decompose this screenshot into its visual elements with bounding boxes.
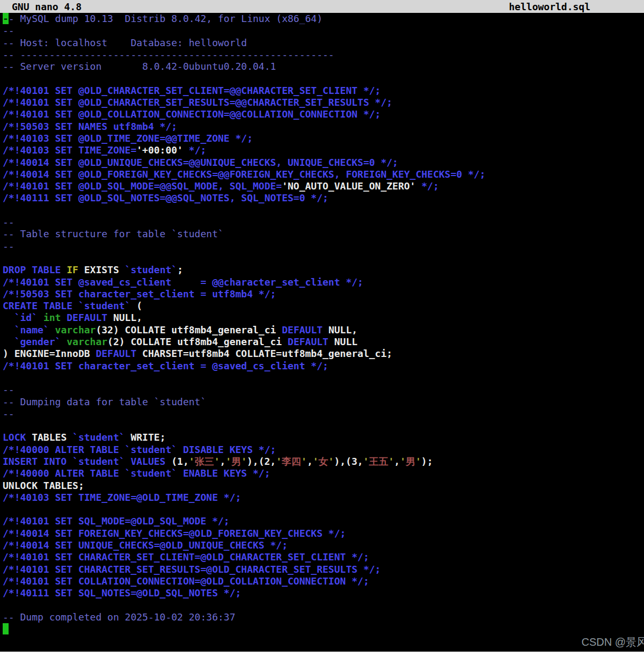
code-segment: varchar bbox=[67, 336, 107, 347]
code-segment: ' bbox=[225, 456, 231, 467]
code-segment: ' bbox=[415, 456, 421, 467]
code-segment: DEFAULT bbox=[96, 348, 136, 359]
watermark: CSDN @景风 bbox=[581, 635, 644, 649]
code-segment: -- Dumping data for table `student` bbox=[3, 396, 206, 407]
code-line: /*!40103 SET TIME_ZONE='+00:00' */; bbox=[3, 144, 644, 156]
code-segment bbox=[49, 324, 55, 335]
code-segment: `gender` bbox=[14, 336, 61, 347]
code-segment: IF bbox=[67, 264, 78, 275]
code-segment: -- bbox=[3, 384, 14, 395]
code-segment: (32) COLLATE utf8mb4_general_ci bbox=[96, 324, 282, 335]
code-segment: ' bbox=[214, 456, 220, 467]
code-segment: ' bbox=[313, 456, 319, 467]
cursor-block: - bbox=[3, 13, 9, 24]
code-line: /*!40101 SET @OLD_SQL_MODE=@@SQL_MODE, S… bbox=[3, 180, 644, 192]
code-segment: ),(3, bbox=[334, 456, 363, 467]
code-line: /*!40101 SET CHARACTER_SET_CLIENT=@OLD_C… bbox=[3, 551, 644, 563]
code-segment bbox=[3, 324, 14, 335]
code-segment: /*!40101 SET @saved_cs_client = @@charac… bbox=[3, 276, 363, 288]
code-segment: (2) COLLATE utf8mb4_general_ci bbox=[107, 336, 288, 347]
code-segment: (1, bbox=[171, 456, 189, 467]
code-line bbox=[3, 205, 644, 216]
code-segment: NULL, bbox=[107, 312, 142, 323]
code-segment: INSERT INTO `student` VALUES bbox=[3, 456, 171, 467]
code-line: DROP TABLE IF EXISTS `student`; bbox=[3, 264, 644, 276]
code-segment: , bbox=[219, 456, 225, 467]
code-segment: -- -------------------------------------… bbox=[3, 49, 334, 60]
nano-titlebar: GNU nano 4.8 helloworld.sql bbox=[0, 0, 644, 13]
code-line: -- Table structure for table `student` bbox=[3, 228, 644, 240]
code-segment: -- Server version 8.0.42-0ubuntu0.20.04.… bbox=[3, 61, 276, 72]
code-segment: -- bbox=[3, 216, 14, 228]
code-segment bbox=[61, 336, 67, 347]
code-segment: /*!40103 SET TIME_ZONE= bbox=[3, 144, 136, 156]
code-segment: /*!40111 SET SQL_NOTES=@OLD_SQL_NOTES */… bbox=[3, 587, 241, 598]
code-segment: -- Table structure for table `student` bbox=[3, 228, 224, 239]
code-line: -- MySQL dump 10.13 Distrib 8.0.42, for … bbox=[3, 13, 644, 25]
code-line: /*!40101 SET character_set_client = @sav… bbox=[3, 360, 644, 372]
code-segment: ' bbox=[400, 456, 406, 467]
code-segment: `name` bbox=[14, 324, 49, 335]
code-segment: TABLES bbox=[26, 432, 72, 443]
code-segment: */; bbox=[415, 180, 438, 192]
code-line: /*!40101 SET @OLD_CHARACTER_SET_CLIENT=@… bbox=[3, 85, 644, 97]
code-segment: ; bbox=[177, 264, 183, 275]
code-segment: /*!40000 ALTER TABLE `student` ENABLE KE… bbox=[3, 468, 270, 479]
code-segment bbox=[61, 312, 67, 323]
code-line: /*!40000 ALTER TABLE `student` ENABLE KE… bbox=[3, 468, 644, 479]
code-line: -- Server version 8.0.42-0ubuntu0.20.04.… bbox=[3, 61, 644, 72]
code-segment bbox=[78, 264, 84, 275]
code-line: /*!40103 SET TIME_ZONE=@OLD_TIME_ZONE */… bbox=[3, 492, 644, 503]
code-line: -- bbox=[3, 216, 644, 228]
code-segment: -- Dump completed on 2025-10-02 20:36:37 bbox=[3, 611, 235, 623]
code-segment: ) ENGINE=InnoDB bbox=[3, 348, 96, 359]
code-segment: CREATE TABLE `student` bbox=[3, 300, 130, 311]
terminal-window: GNU nano 4.8 helloworld.sql -- MySQL dum… bbox=[0, 0, 644, 657]
code-line: /*!40014 SET UNIQUE_CHECKS=@OLD_UNIQUE_C… bbox=[3, 539, 644, 551]
code-segment: /*!40014 SET UNIQUE_CHECKS=@OLD_UNIQUE_C… bbox=[3, 539, 288, 551]
code-line: -- Dumping data for table `student` bbox=[3, 396, 644, 408]
code-segment: 李四 bbox=[282, 456, 301, 467]
code-segment: /*!40103 SET @OLD_TIME_ZONE=@@TIME_ZONE … bbox=[3, 133, 253, 144]
cursor-block bbox=[3, 623, 9, 634]
code-segment: ); bbox=[421, 456, 433, 467]
code-line: `id` int DEFAULT NULL, bbox=[3, 312, 644, 324]
code-segment: , bbox=[307, 456, 313, 467]
code-line: -- bbox=[3, 384, 644, 396]
code-segment: -- bbox=[3, 25, 14, 36]
code-segment: ' bbox=[388, 456, 394, 467]
code-segment: EXISTS bbox=[84, 264, 125, 275]
code-segment: NULL, bbox=[323, 324, 357, 335]
code-line bbox=[3, 503, 644, 515]
code-segment: /*!40101 SET @OLD_SQL_MODE=@@SQL_MODE, S… bbox=[3, 180, 282, 192]
code-segment: DROP TABLE bbox=[3, 264, 67, 275]
code-segment: /*!50503 SET NAMES utf8mb4 */; bbox=[3, 121, 177, 132]
code-segment: int bbox=[43, 312, 61, 323]
code-segment: UNLOCK TABLES; bbox=[3, 480, 84, 491]
code-line: /*!40103 SET @OLD_TIME_ZONE=@@TIME_ZONE … bbox=[3, 133, 644, 144]
code-line bbox=[3, 372, 644, 384]
code-line: /*!40014 SET @OLD_UNIQUE_CHECKS=@@UNIQUE… bbox=[3, 157, 644, 169]
code-segment: 男 bbox=[231, 456, 241, 467]
code-line: LOCK TABLES `student` WRITE; bbox=[3, 432, 644, 443]
code-line: -- bbox=[3, 25, 644, 36]
code-segment: /*!40101 SET CHARACTER_SET_RESULTS=@OLD_… bbox=[3, 564, 380, 575]
code-segment: WRITE; bbox=[125, 432, 166, 443]
code-line: -- bbox=[3, 408, 644, 420]
code-segment: /*!40101 SET @OLD_CHARACTER_SET_RESULTS=… bbox=[3, 97, 392, 108]
code-line bbox=[3, 623, 644, 635]
code-segment: /*!40101 SET COLLATION_CONNECTION=@OLD_C… bbox=[3, 575, 369, 587]
code-line bbox=[3, 72, 644, 84]
code-line: /*!50503 SET character_set_client = utf8… bbox=[3, 288, 644, 300]
code-line bbox=[3, 252, 644, 264]
code-segment: `student` bbox=[125, 264, 178, 275]
app-version-label: GNU nano 4.8 bbox=[12, 1, 82, 12]
code-segment: /*!40101 SET @OLD_COLLATION_CONNECTION=@… bbox=[3, 108, 380, 120]
code-line: /*!40101 SET @saved_cs_client = @@charac… bbox=[3, 276, 644, 288]
code-segment bbox=[3, 336, 14, 347]
code-line: /*!50503 SET NAMES utf8mb4 */; bbox=[3, 121, 644, 133]
editor[interactable]: -- MySQL dump 10.13 Distrib 8.0.42, for … bbox=[0, 13, 644, 635]
code-segment: -- Host: localhost Database: helloworld bbox=[3, 37, 247, 48]
code-segment: /*!40101 SET character_set_client = @sav… bbox=[3, 360, 328, 371]
code-segment: DEFAULT bbox=[67, 312, 107, 323]
